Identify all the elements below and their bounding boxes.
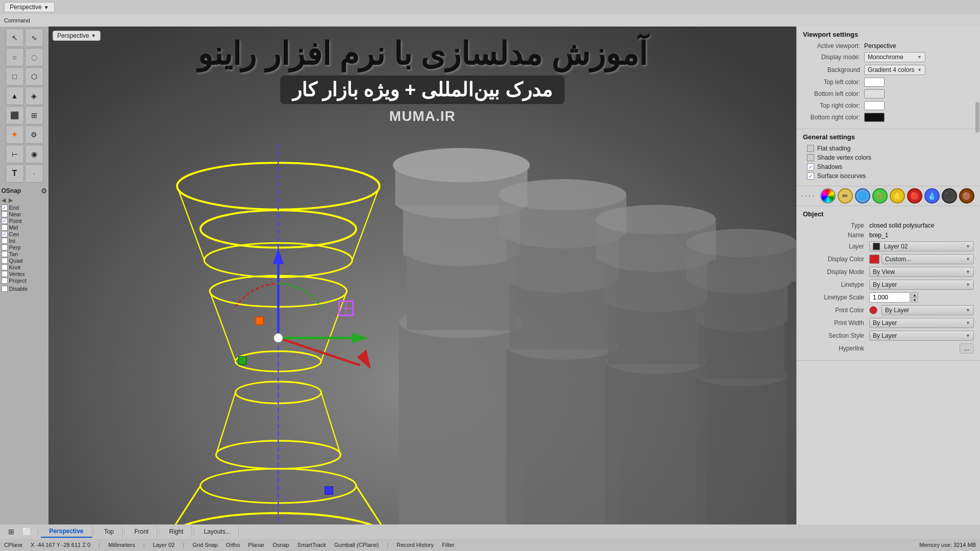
osnap-end[interactable]: End xyxy=(2,205,47,211)
osnap-int[interactable]: Int xyxy=(2,238,47,244)
osnap-knot-checkbox[interactable] xyxy=(2,264,8,270)
bottom-left-color-swatch[interactable] xyxy=(864,89,885,98)
curve-icon[interactable]: ∿ xyxy=(25,29,43,47)
osnap-project-checkbox[interactable] xyxy=(2,278,8,284)
planar-item[interactable]: Planar xyxy=(248,542,264,548)
background-dropdown[interactable]: Gradient 4 colors ▼ xyxy=(864,65,925,75)
section-style-dropdown[interactable]: By Layer ▼ xyxy=(869,331,974,341)
spin-down[interactable]: ▼ xyxy=(911,297,918,303)
print-color-dropdown[interactable]: By Layer ▼ xyxy=(881,305,974,315)
viewport-area[interactable]: Perspective ▼ xyxy=(48,27,796,524)
osnap-settings-icon[interactable]: ⚙ xyxy=(41,187,47,195)
brown-btn[interactable]: 🟤 xyxy=(959,188,974,204)
gumball-item[interactable]: Gumball (CPlane) xyxy=(334,542,379,548)
render-icon[interactable]: ◉ xyxy=(25,145,43,163)
green-btn[interactable]: 🟢 xyxy=(872,188,888,204)
layer-status-item[interactable]: Layer 02 xyxy=(153,542,175,548)
osnap-near[interactable]: Near xyxy=(2,211,47,217)
osnap-tan[interactable]: Tan xyxy=(2,251,47,257)
filter-item[interactable]: Filter xyxy=(442,542,454,548)
osnap-point[interactable]: Point xyxy=(2,218,47,224)
linetype-scale-input[interactable] xyxy=(869,292,910,303)
osnap-near-checkbox[interactable] xyxy=(2,211,8,217)
extrude-icon[interactable]: ▲ xyxy=(6,87,24,105)
ortho-item[interactable]: Ortho xyxy=(226,542,240,548)
surface-icon[interactable]: ◈ xyxy=(25,87,43,105)
top-right-color-swatch[interactable] xyxy=(864,101,885,110)
units-item[interactable]: Millimeters xyxy=(108,542,135,548)
box-icon[interactable]: ⬜ xyxy=(18,525,35,538)
arc-icon[interactable]: ◌ xyxy=(25,48,43,66)
rect-icon[interactable]: □ xyxy=(6,67,24,86)
circle-icon[interactable]: ○ xyxy=(6,48,24,66)
shadows-row[interactable]: Shadows xyxy=(803,163,974,170)
osnap-int-checkbox[interactable] xyxy=(2,238,8,244)
yellow-btn[interactable]: 🌟 xyxy=(890,188,905,204)
flat-shading-row[interactable]: Flat shading xyxy=(803,145,974,152)
cplane-item[interactable]: CPlane xyxy=(4,542,22,548)
osnap-quad[interactable]: Quad xyxy=(2,258,47,264)
display-color-dropdown[interactable]: Custom... ▼ xyxy=(881,254,974,264)
select-icon[interactable]: ↖ xyxy=(6,29,24,47)
pencil-btn[interactable]: ✏ xyxy=(838,188,853,204)
solid-icon[interactable]: ⬛ xyxy=(6,106,24,124)
blue-round-btn[interactable]: 💧 xyxy=(924,188,940,204)
bottom-right-color-swatch[interactable] xyxy=(864,113,885,122)
grid-icon[interactable]: ⊞ xyxy=(4,525,18,538)
spin-up[interactable]: ▲ xyxy=(911,292,918,297)
top-left-color-swatch[interactable] xyxy=(864,78,885,87)
osnap-mid[interactable]: Mid xyxy=(2,224,47,231)
poly-icon[interactable]: ⬡ xyxy=(25,67,43,86)
analyze-icon[interactable]: ⚙ xyxy=(25,126,43,144)
linetype-scale-spinner[interactable]: ▲ ▼ xyxy=(911,292,918,303)
tab-layouts[interactable]: Layouts... xyxy=(195,526,239,537)
display-mode-dropdown[interactable]: Monochrome ▼ xyxy=(864,52,925,62)
tab-right[interactable]: Right xyxy=(161,526,192,537)
text-icon[interactable]: T xyxy=(6,164,24,183)
tab-dropdown-arrow[interactable]: ▼ xyxy=(44,5,49,10)
globe-btn[interactable]: 🌐 xyxy=(855,188,870,204)
osnap-vertex-checkbox[interactable] xyxy=(2,271,8,277)
print-color-dot[interactable] xyxy=(869,306,877,314)
shade-vertex-checkbox[interactable] xyxy=(807,154,814,161)
osnap-tan-checkbox[interactable] xyxy=(2,251,8,257)
tab-perspective[interactable]: Perspective xyxy=(41,525,92,538)
dims-icon[interactable]: ⊢ xyxy=(6,145,24,163)
osnap-perp[interactable]: Perp xyxy=(2,244,47,251)
scrollbar-thumb[interactable] xyxy=(975,102,979,133)
dark-btn[interactable]: ⬛ xyxy=(942,188,957,204)
viewport-label-arrow[interactable]: ▼ xyxy=(91,33,96,38)
osnap-perp-checkbox[interactable] xyxy=(2,244,8,251)
point-icon[interactable]: · xyxy=(25,164,43,183)
disable-item[interactable]: Disable xyxy=(2,286,47,292)
osnap-project[interactable]: Project xyxy=(2,278,47,284)
linetype-dropdown[interactable]: By Layer ▼ xyxy=(869,280,974,290)
osnap-cen-checkbox[interactable] xyxy=(2,231,8,237)
osnap-vertex[interactable]: Vertex xyxy=(2,271,47,277)
disable-checkbox[interactable] xyxy=(2,286,8,292)
surface-iso-checkbox[interactable] xyxy=(807,172,814,180)
surface-iso-row[interactable]: Surface isocurves xyxy=(803,172,974,180)
red-btn[interactable]: 🔴 xyxy=(907,188,922,204)
print-width-dropdown[interactable]: By Layer ▼ xyxy=(869,318,974,328)
display-color-red-swatch[interactable] xyxy=(869,255,879,264)
layer-dropdown[interactable]: Layer 02 ▼ xyxy=(869,241,974,252)
perspective-tab[interactable]: Perspective ▼ xyxy=(4,2,55,12)
smarttrack-item[interactable]: SmartTrack xyxy=(297,542,326,548)
osnap-status-item[interactable]: Osnap xyxy=(273,542,289,548)
osnap-end-checkbox[interactable] xyxy=(2,205,8,211)
osnap-mid-checkbox[interactable] xyxy=(2,224,8,231)
osnap-point-checkbox[interactable] xyxy=(2,218,8,224)
osnap-knot[interactable]: Knot xyxy=(2,264,47,270)
color-wheel-btn[interactable] xyxy=(820,188,836,204)
grid-snap-item[interactable]: Grid Snap xyxy=(192,542,218,548)
transform-icon[interactable]: ✦ xyxy=(6,126,24,144)
shadows-checkbox[interactable] xyxy=(807,163,814,170)
tab-top[interactable]: Top xyxy=(96,526,122,537)
tab-front[interactable]: Front xyxy=(126,526,157,537)
hyperlink-btn[interactable]: ... xyxy=(960,343,974,354)
osnap-cen[interactable]: Cen xyxy=(2,231,47,237)
flat-shading-checkbox[interactable] xyxy=(807,145,814,152)
record-history-item[interactable]: Record History xyxy=(397,542,434,548)
osnap-quad-checkbox[interactable] xyxy=(2,258,8,264)
